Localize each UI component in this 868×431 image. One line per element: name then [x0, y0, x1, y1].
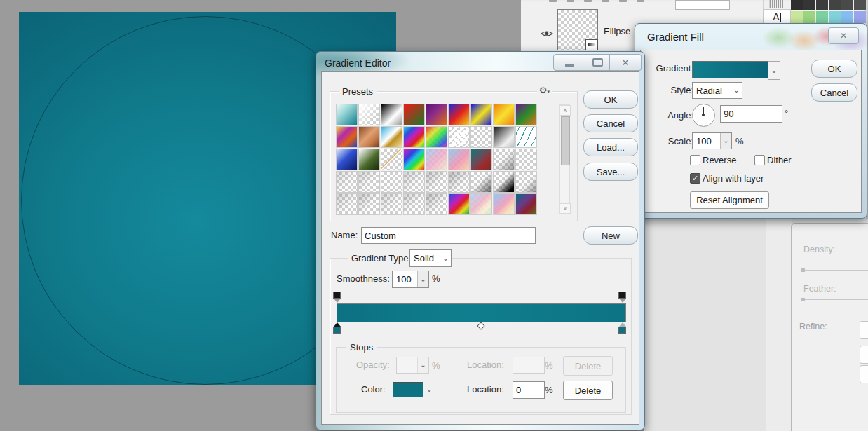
preset-swatch[interactable] [471, 127, 491, 147]
scale-combo[interactable]: 100 ⌄ [692, 132, 732, 149]
preset-swatch[interactable] [471, 149, 491, 170]
location-input[interactable]: 0 [513, 381, 545, 399]
color-dropdown-chevron-icon[interactable]: ⌄ [426, 386, 432, 393]
color-swatch[interactable] [816, 0, 828, 10]
preset-swatch[interactable] [359, 172, 379, 192]
color-swatch[interactable] [803, 0, 815, 10]
preset-swatch[interactable] [337, 172, 357, 192]
smoothness-combo[interactable]: 100 ⌄ [392, 271, 429, 288]
preset-swatch[interactable] [449, 104, 469, 125]
preset-swatch[interactable] [516, 104, 536, 125]
preset-swatch[interactable] [404, 172, 424, 192]
refine-button[interactable] [860, 321, 868, 339]
preset-swatch[interactable] [404, 104, 424, 125]
preset-swatch[interactable] [516, 127, 536, 147]
color-stop-left-selected[interactable] [333, 322, 341, 334]
preset-swatch[interactable] [516, 149, 536, 170]
cancel-button[interactable]: Cancel [811, 83, 857, 102]
preset-swatch[interactable] [494, 172, 514, 192]
preset-swatch[interactable] [494, 194, 514, 214]
preset-swatch[interactable] [449, 194, 469, 214]
preset-swatch[interactable] [381, 104, 402, 125]
preset-swatch[interactable] [516, 194, 536, 214]
preset-swatch[interactable] [381, 149, 402, 170]
refine-button[interactable] [860, 346, 868, 364]
preset-swatch[interactable] [449, 172, 469, 192]
preset-swatch[interactable] [337, 149, 357, 170]
gradient-bar[interactable] [337, 303, 626, 322]
preset-swatch[interactable] [337, 104, 357, 125]
preset-swatch[interactable] [359, 149, 379, 170]
layer-thumbnail[interactable] [557, 9, 598, 50]
ok-button[interactable]: OK [811, 60, 857, 78]
preset-swatch[interactable] [516, 172, 536, 192]
preset-swatch[interactable] [449, 127, 469, 147]
preset-swatch[interactable] [494, 149, 514, 170]
angle-dial[interactable] [692, 104, 715, 127]
preset-swatch[interactable] [426, 149, 447, 170]
load-button[interactable]: Load... [583, 138, 638, 156]
close-icon[interactable]: ✕ [610, 54, 642, 71]
opacity-stop-right[interactable] [618, 292, 626, 303]
density-slider[interactable] [801, 270, 868, 271]
reverse-checkbox[interactable] [690, 155, 700, 165]
scroll-up-icon[interactable]: ∧ [560, 105, 571, 116]
align-with-layer-checkbox[interactable]: ✓ [690, 173, 700, 184]
opacity-stop-left[interactable] [333, 292, 341, 303]
color-swatch[interactable] [841, 0, 853, 10]
color-swatch[interactable] [829, 0, 841, 10]
color-swatch[interactable] [393, 382, 423, 397]
preset-swatch[interactable] [381, 194, 402, 214]
color-swatch[interactable] [841, 11, 853, 23]
preset-swatch[interactable] [359, 104, 379, 125]
scrollbar-thumb[interactable] [561, 116, 570, 165]
color-swatch[interactable] [854, 0, 866, 10]
preset-swatch[interactable] [359, 127, 379, 147]
gradient-dropdown-button[interactable]: ⌄ [768, 61, 780, 80]
cancel-button[interactable]: Cancel [583, 114, 638, 132]
angle-input[interactable]: 90 [720, 105, 782, 123]
preset-swatch[interactable] [404, 194, 424, 214]
color-swatch[interactable] [829, 11, 841, 23]
preset-swatch[interactable] [426, 104, 447, 125]
color-swatch[interactable] [854, 11, 866, 23]
preset-swatch[interactable] [359, 194, 379, 214]
maximize-icon[interactable] [585, 54, 610, 71]
preset-swatch[interactable] [337, 194, 357, 214]
save-button[interactable]: Save... [583, 163, 638, 181]
gradient-type-dropdown[interactable]: Solid ⌄ [409, 249, 452, 267]
preset-swatch[interactable] [426, 172, 447, 192]
color-swatch[interactable] [803, 11, 815, 23]
color-swatch[interactable] [791, 11, 803, 23]
layer-visibility-eye-icon[interactable] [541, 28, 553, 41]
preset-swatch[interactable] [494, 127, 514, 147]
delete-color-stop-button[interactable]: Delete [563, 381, 613, 400]
minimize-icon[interactable] [553, 54, 585, 71]
dither-checkbox[interactable] [754, 155, 765, 165]
preset-swatch[interactable] [404, 127, 424, 147]
layer-name[interactable]: Ellipse 1 [604, 26, 638, 36]
preset-swatch[interactable] [381, 172, 402, 192]
preset-swatch[interactable] [337, 127, 357, 147]
gradient-preview-swatch[interactable] [692, 61, 768, 78]
text-tool-icon[interactable]: A [763, 9, 791, 25]
preset-swatch[interactable] [404, 149, 424, 170]
reset-alignment-button[interactable]: Reset Alignment [690, 191, 769, 209]
preset-swatch[interactable] [426, 127, 447, 147]
preset-swatch[interactable] [494, 104, 514, 125]
refine-button[interactable] [860, 365, 868, 383]
presets-menu-gear-icon[interactable]: ⚙▾ [537, 85, 552, 95]
close-icon[interactable]: ✕ [828, 27, 859, 44]
preset-swatch[interactable] [471, 172, 491, 192]
color-stop-right[interactable] [618, 322, 626, 334]
preset-swatch[interactable] [471, 194, 491, 214]
new-button[interactable]: New [583, 226, 638, 245]
scroll-down-icon[interactable]: ∨ [560, 203, 571, 214]
presets-scrollbar[interactable]: ∧ ∨ [559, 104, 570, 214]
preset-swatch[interactable] [471, 104, 491, 125]
options-bar-field[interactable] [675, 0, 730, 10]
feather-slider[interactable] [801, 299, 868, 300]
color-swatch[interactable] [791, 0, 803, 10]
name-input[interactable]: Custom [361, 227, 536, 244]
color-swatch[interactable] [816, 11, 828, 23]
